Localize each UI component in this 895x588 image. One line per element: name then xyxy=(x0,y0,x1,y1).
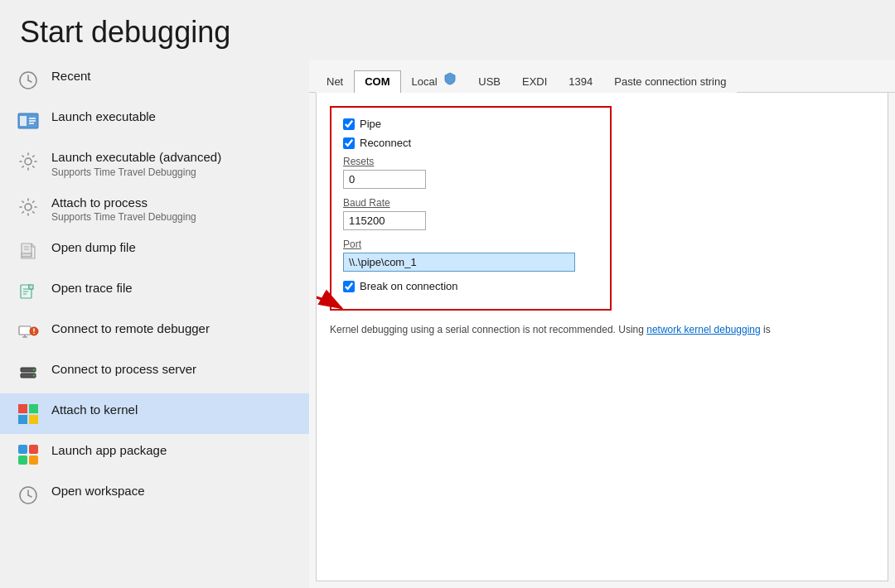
sidebar-item-attach-to-kernel[interactable]: Attach to kernel xyxy=(0,393,309,434)
resets-label: Resets xyxy=(343,156,598,167)
svg-rect-15 xyxy=(29,285,33,289)
kernel-icon xyxy=(17,402,40,426)
gear-icon xyxy=(17,150,40,173)
break-on-connection-label[interactable]: Break on connection xyxy=(360,280,458,292)
app-package-icon xyxy=(17,443,40,466)
tab-net[interactable]: Net xyxy=(316,70,354,93)
sidebar: Recent Launch executable xyxy=(0,60,309,588)
reconnect-checkbox-row: Reconnect xyxy=(343,137,598,149)
info-text: Kernel debugging using a serial connecti… xyxy=(330,322,874,337)
svg-point-28 xyxy=(33,374,35,376)
baud-rate-input[interactable] xyxy=(343,211,426,230)
tab-com[interactable]: COM xyxy=(354,70,400,93)
com-settings-box: Pipe Reconnect Resets Baud Rate xyxy=(330,106,612,311)
sidebar-item-recent[interactable]: Recent xyxy=(0,60,309,100)
port-input[interactable] xyxy=(343,253,575,272)
attach-process-icon xyxy=(17,195,40,219)
break-on-connection-row: Break on connection xyxy=(343,280,598,292)
svg-line-31 xyxy=(28,495,31,497)
sidebar-item-connect-process-server[interactable]: Connect to process server xyxy=(0,353,309,393)
sidebar-item-launch-app-package[interactable]: Launch app package xyxy=(0,434,309,475)
content-area: Net COM Local USB EXDI 1394 Paste connec… xyxy=(309,60,895,588)
tab-exdi[interactable]: EXDI xyxy=(511,70,558,93)
tab-usb[interactable]: USB xyxy=(467,70,511,93)
clock-icon xyxy=(17,69,40,92)
tab-content-com: Pipe Reconnect Resets Baud Rate xyxy=(316,93,888,581)
port-field-group: Port xyxy=(343,239,598,272)
shield-icon xyxy=(443,75,457,88)
trace-file-icon xyxy=(17,281,40,304)
tab-paste-connection[interactable]: Paste connection string xyxy=(603,70,737,93)
page-title: Start debugging xyxy=(0,0,895,60)
break-on-connection-checkbox[interactable] xyxy=(343,281,355,292)
sidebar-item-open-trace-file[interactable]: Open trace file xyxy=(0,272,309,312)
resets-field-group: Resets xyxy=(343,156,598,189)
svg-point-8 xyxy=(25,158,31,165)
tab-local[interactable]: Local xyxy=(401,67,468,93)
sidebar-item-launch-executable[interactable]: Launch executable xyxy=(0,100,309,141)
svg-point-9 xyxy=(25,204,31,210)
network-kernel-debugging-link[interactable]: network kernel debugging xyxy=(646,324,760,335)
resets-input[interactable] xyxy=(343,170,426,189)
svg-rect-19 xyxy=(19,326,31,335)
dump-file-icon xyxy=(17,240,40,263)
baud-rate-label: Baud Rate xyxy=(343,197,598,209)
port-label: Port xyxy=(343,239,598,250)
pipe-label[interactable]: Pipe xyxy=(360,118,381,130)
reconnect-label[interactable]: Reconnect xyxy=(360,137,411,149)
svg-rect-11 xyxy=(22,253,31,257)
svg-point-24 xyxy=(33,333,35,335)
sidebar-item-launch-executable-advanced[interactable]: Launch executable (advanced) Supports Ti… xyxy=(0,141,309,186)
reconnect-checkbox[interactable] xyxy=(343,137,355,149)
svg-point-27 xyxy=(33,369,35,370)
sidebar-item-open-workspace[interactable]: Open workspace xyxy=(0,475,309,515)
executable-icon xyxy=(17,109,40,133)
sidebar-item-attach-to-process[interactable]: Attach to process Supports Time Travel D… xyxy=(0,186,309,232)
tab-1394[interactable]: 1394 xyxy=(558,70,603,93)
remote-debugger-icon xyxy=(17,321,40,345)
tabs-bar: Net COM Local USB EXDI 1394 Paste connec… xyxy=(309,60,895,93)
baud-rate-field-group: Baud Rate xyxy=(343,197,598,230)
svg-rect-4 xyxy=(20,116,27,126)
pipe-checkbox[interactable] xyxy=(343,118,355,130)
process-server-icon xyxy=(17,362,40,385)
svg-line-2 xyxy=(28,80,31,82)
pipe-checkbox-row: Pipe xyxy=(343,118,598,130)
sidebar-item-connect-remote-debugger[interactable]: Connect to remote debugger xyxy=(0,312,309,353)
workspace-icon xyxy=(17,484,40,507)
sidebar-item-open-dump-file[interactable]: Open dump file xyxy=(0,231,309,272)
